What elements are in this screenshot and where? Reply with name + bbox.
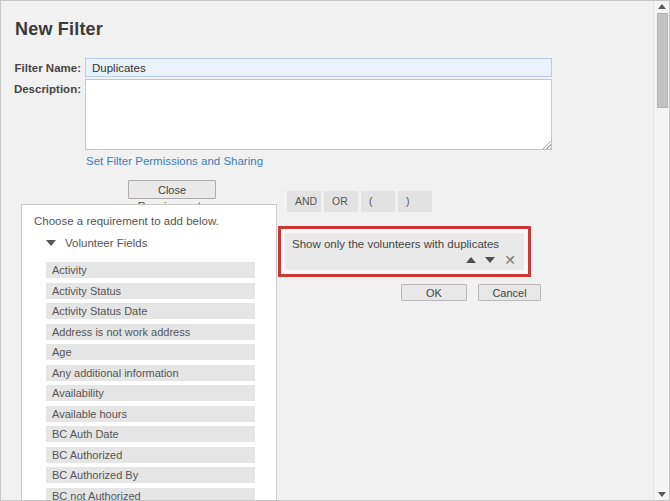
operator-buttons: AND OR ( ): [287, 191, 432, 212]
field-list-item[interactable]: Availability: [46, 385, 255, 401]
description-textarea[interactable]: [85, 79, 552, 150]
field-list-item[interactable]: BC Authorized: [46, 447, 255, 463]
scroll-up-icon[interactable]: [658, 4, 666, 9]
move-up-icon[interactable]: [466, 257, 476, 263]
active-requirement-row[interactable]: Show only the volunteers with duplicates…: [285, 233, 524, 270]
filter-name-input[interactable]: [85, 58, 552, 77]
operator-button[interactable]: AND: [287, 191, 321, 212]
move-down-icon[interactable]: [485, 257, 495, 263]
field-list-item[interactable]: BC not Authorized: [46, 488, 255, 501]
field-list-item[interactable]: BC Auth Date: [46, 426, 255, 442]
field-list-item[interactable]: Age: [46, 344, 255, 360]
filter-name-label: Filter Name:: [1, 62, 81, 74]
new-filter-dialog: New Filter Filter Name: Description: Set…: [0, 0, 670, 501]
collapse-arrow-icon: [46, 240, 56, 246]
textarea-resize-grip-icon[interactable]: [542, 140, 551, 149]
scroll-down-icon[interactable]: [658, 492, 666, 497]
field-list-item[interactable]: Address is not work address: [46, 324, 255, 340]
vertical-scrollbar[interactable]: [653, 1, 669, 500]
ok-button[interactable]: OK: [401, 284, 467, 301]
set-permissions-link[interactable]: Set Filter Permissions and Sharing: [86, 155, 263, 167]
operator-button[interactable]: OR: [324, 191, 358, 212]
field-list-item[interactable]: Available hours: [46, 406, 255, 422]
field-list-item[interactable]: Activity Status: [46, 283, 255, 299]
requirement-chooser-panel: Choose a requirement to add below. Volun…: [21, 204, 277, 501]
highlight-annotation: Show only the volunteers with duplicates…: [278, 226, 531, 277]
field-list-item[interactable]: Activity Status Date: [46, 303, 255, 319]
active-requirement-text: Show only the volunteers with duplicates: [292, 238, 499, 250]
description-label: Description:: [1, 83, 81, 95]
cancel-button[interactable]: Cancel: [478, 284, 541, 301]
scrollbar-thumb[interactable]: [657, 13, 668, 108]
field-list-item[interactable]: Any additional information: [46, 365, 255, 381]
operator-button[interactable]: (: [361, 191, 395, 212]
chooser-instruction: Choose a requirement to add below.: [34, 215, 219, 227]
volunteer-fields-group-header[interactable]: Volunteer Fields: [46, 237, 147, 249]
remove-icon[interactable]: ✕: [504, 253, 516, 267]
group-label: Volunteer Fields: [65, 237, 147, 249]
page-title: New Filter: [15, 19, 103, 40]
operator-button[interactable]: ): [398, 191, 432, 212]
field-list-item[interactable]: Activity: [46, 262, 255, 278]
requirement-controls: ✕: [466, 253, 516, 267]
field-list-item[interactable]: BC Authorized By: [46, 467, 255, 483]
close-requirements-button[interactable]: Close Requirements: [128, 180, 216, 199]
field-list: Activity Activity Status Activity Status…: [46, 262, 255, 501]
